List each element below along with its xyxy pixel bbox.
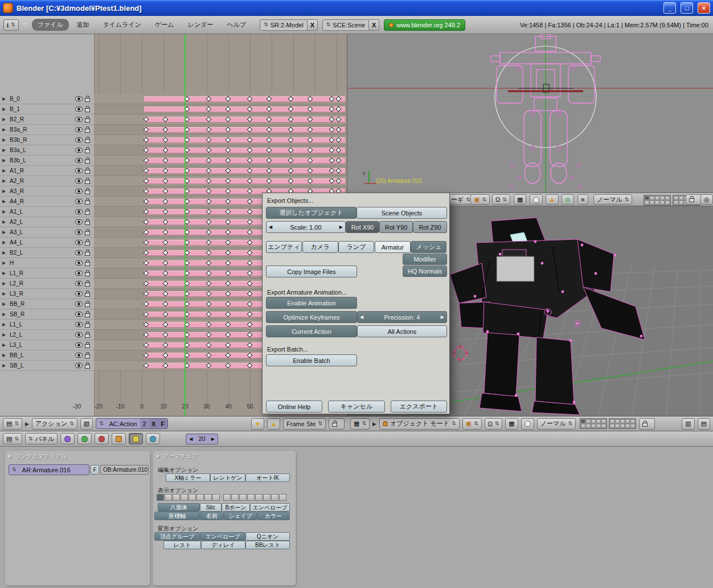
channel-lock-icon[interactable] <box>85 98 90 102</box>
armature-layer-toggle[interactable] <box>196 494 204 501</box>
channel-lock-icon[interactable] <box>85 344 90 348</box>
channel-visibility-eye-icon[interactable] <box>75 342 83 348</box>
layer-toggle[interactable] <box>655 201 659 205</box>
channel-lock-icon[interactable] <box>85 324 90 328</box>
channel-expand-icon[interactable]: ▶ <box>2 158 7 163</box>
channel-row[interactable]: ▶L1_L <box>0 320 94 330</box>
channel-name[interactable]: L1_R <box>10 270 73 276</box>
channel-visibility-eye-icon[interactable] <box>75 107 83 112</box>
layer-toggle[interactable] <box>615 419 620 423</box>
clipped-dropdown[interactable]: ーギ⇅ <box>448 194 474 205</box>
export-type-toggle-4[interactable]: Armatur <box>375 241 411 253</box>
scale-manipulator-button[interactable]: ■ <box>577 194 588 205</box>
armature-layer-toggle[interactable] <box>181 494 188 501</box>
render-border-button[interactable]: ◎ <box>700 194 713 205</box>
layer-toggle[interactable] <box>679 201 683 205</box>
channel-visibility-eye-icon[interactable] <box>75 240 83 245</box>
armature-layer-toggle[interactable] <box>279 494 286 501</box>
channel-lock-icon[interactable] <box>85 252 90 256</box>
user-count[interactable]: 2 <box>140 419 149 428</box>
armature-layer-toggle[interactable] <box>247 494 255 501</box>
channel-row[interactable]: ▶B2_L <box>0 248 94 258</box>
deform-option-a-2[interactable]: エンベロープ <box>200 532 245 541</box>
channel-lock-icon[interactable] <box>85 354 90 358</box>
channel-row[interactable]: ▶L1_R <box>0 268 94 279</box>
channel-visibility-eye-icon[interactable] <box>75 312 83 317</box>
layer-toggle[interactable] <box>601 424 606 428</box>
channel-expand-icon[interactable]: ▶ <box>2 137 7 142</box>
channel-name[interactable]: A2_R <box>10 178 73 184</box>
snap-button[interactable]: ▦ <box>514 194 526 205</box>
links-materials-panel[interactable]: ▼リンクとマテリアル ⇅ AR:Armature.016 F OB:Armatu… <box>5 450 150 586</box>
channel-name[interactable]: BB_L <box>10 352 73 358</box>
channel-visibility-eye-icon[interactable] <box>75 158 83 163</box>
armature-layer-toggle[interactable] <box>204 494 212 501</box>
viewport-3d-top[interactable]: z (20) Armature.010 <box>347 34 713 193</box>
export-type-toggle-5[interactable]: メッシュ <box>411 241 446 253</box>
mode-dropdown[interactable]: オブジェクト モード⇅ <box>379 418 460 430</box>
render-preview-button[interactable]: ▤ <box>698 418 710 430</box>
channel-row[interactable]: ▶A4_L <box>0 238 94 248</box>
fake-user-button[interactable]: F <box>158 419 167 428</box>
shading-context-button[interactable] <box>95 433 109 444</box>
scale-slider[interactable]: ◀Scale: 1.00▶ <box>266 221 346 233</box>
copy-image-files-button[interactable]: Copy Image Files <box>266 266 357 277</box>
menu-item-5[interactable]: レンダー <box>182 19 219 31</box>
channel-lock-icon[interactable] <box>85 108 90 112</box>
channel-expand-icon[interactable]: ▶ <box>2 96 7 101</box>
channel-row[interactable]: ▶SB_L <box>0 361 94 371</box>
layer-toggle[interactable] <box>645 196 649 200</box>
channel-visibility-eye-icon[interactable] <box>75 271 83 276</box>
unlink-action-button[interactable]: X <box>149 419 158 428</box>
channel-visibility-eye-icon[interactable] <box>75 301 83 307</box>
export-type-toggle-1[interactable]: エンプティ <box>266 241 302 253</box>
channel-visibility-eye-icon[interactable] <box>75 127 83 132</box>
expand-menus-icon[interactable]: ▶ <box>372 421 376 427</box>
channel-row[interactable]: ▶B2_R <box>0 115 94 125</box>
channel-name[interactable]: B3a_L <box>10 147 73 153</box>
action-datablock-field[interactable]: ⇅ AC:Action 2 X F <box>96 418 168 429</box>
channel-row[interactable]: ▶B3b_R <box>0 135 94 145</box>
armature-layer-toggle[interactable] <box>223 494 231 501</box>
channel-expand-icon[interactable]: ▶ <box>2 353 7 358</box>
scene-unlink-button[interactable]: X <box>369 19 379 31</box>
channel-lock-icon[interactable] <box>85 129 90 133</box>
menu-item-2[interactable]: 追加 <box>71 19 95 31</box>
scene-selector[interactable]: ⇅SCE:Scene <box>322 19 369 31</box>
channel-expand-icon[interactable]: ▶ <box>2 281 7 286</box>
channel-expand-icon[interactable]: ▶ <box>2 332 7 337</box>
editor-type-dropdown[interactable]: ▤⇅ <box>3 433 22 444</box>
layer-toggle[interactable] <box>610 424 614 428</box>
keyframe-row[interactable] <box>94 135 347 145</box>
armature-layer-toggle[interactable] <box>212 494 220 501</box>
layer-toggle[interactable] <box>620 419 625 423</box>
fake-user-button[interactable]: F <box>91 465 99 475</box>
minimize-button[interactable]: _ <box>663 2 676 14</box>
channel-lock-icon[interactable] <box>85 313 90 317</box>
channel-expand-icon[interactable]: ▶ <box>2 148 7 153</box>
current-frame-line[interactable] <box>185 34 186 416</box>
decrement-arrow-icon[interactable]: ◀ <box>186 434 195 444</box>
snap-button[interactable]: ▦ <box>505 418 518 430</box>
channel-row[interactable]: ▶B3a_R <box>0 125 94 135</box>
channel-visibility-eye-icon[interactable] <box>75 199 83 204</box>
channel-row[interactable]: ▶L3_R <box>0 289 94 299</box>
layer-toggle[interactable] <box>596 424 601 428</box>
channel-row[interactable]: ▶A1_R <box>0 166 94 176</box>
layer-toggle[interactable] <box>625 424 630 428</box>
channel-name[interactable]: H <box>10 260 73 266</box>
channel-name[interactable]: SB_L <box>10 362 73 369</box>
channel-expand-icon[interactable]: ▶ <box>2 271 7 276</box>
channel-row[interactable]: ▶B3a_L <box>0 145 94 156</box>
draw-type-dropdown[interactable]: ▣⇅ <box>470 194 490 205</box>
selected-objects-button[interactable]: 選択したオブジェクト <box>266 207 356 219</box>
panel-collapse-icon[interactable]: ▼ <box>7 454 12 459</box>
armature-datablock-field[interactable]: ⇅ AR:Armature.016 <box>9 464 89 475</box>
online-help-button[interactable]: Online Help <box>266 401 322 413</box>
scene-objects-button[interactable]: Scene Objects <box>356 207 447 219</box>
channel-row[interactable]: ▶SB_R <box>0 309 94 320</box>
script-context-button[interactable] <box>77 433 92 444</box>
channel-name[interactable]: L2_L <box>10 332 73 338</box>
channel-name[interactable]: A2_L <box>10 219 73 225</box>
display-option-b-2[interactable]: 名前 <box>200 512 224 520</box>
